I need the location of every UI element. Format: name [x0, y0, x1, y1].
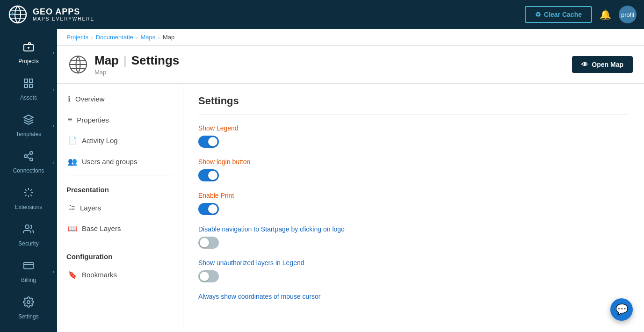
breadcrumb: Projects › Documentatie › Maps › Map: [57, 29, 644, 46]
chevron-icon: ›: [53, 51, 54, 56]
breadcrumb-maps[interactable]: Maps: [141, 34, 156, 41]
sidebar-item-security[interactable]: Security: [0, 217, 57, 253]
users-icon: 👥: [68, 157, 77, 166]
info-icon: ℹ: [68, 94, 71, 103]
svg-point-17: [27, 301, 30, 303]
billing-icon: [23, 260, 34, 274]
show-coordinates-label: Always show coordinates of mouse cursor: [198, 293, 629, 300]
sidebar-item-settings[interactable]: Settings: [0, 290, 57, 326]
enable-print-label: Enable Print: [198, 192, 629, 199]
chevron-icon: ›: [53, 123, 54, 129]
toggle-thumb: [208, 171, 217, 180]
toggle-thumb: [208, 204, 217, 214]
toggle-track: [198, 203, 219, 215]
nav-item-users-groups[interactable]: 👥 Users and groups: [57, 151, 183, 172]
svg-rect-8: [29, 84, 33, 87]
page-subtitle: Map: [94, 69, 179, 76]
base-layers-icon: 📖: [68, 224, 77, 233]
sidebar-item-projects[interactable]: Projects ›: [0, 35, 57, 71]
nav-menu: ℹ Overview ≡ Properties 📄 Activity Log 👥…: [57, 84, 183, 332]
presentation-section-title: Presentation: [57, 178, 183, 197]
document-icon: 📄: [68, 136, 77, 145]
nav-item-layers[interactable]: 🗂 Layers: [57, 197, 183, 218]
configuration-section-title: Configuration: [57, 245, 183, 264]
nav-item-base-layers[interactable]: 📖 Base Layers: [57, 218, 183, 239]
sidebar-item-connections[interactable]: Connections ›: [0, 144, 57, 180]
breadcrumb-current: Map: [163, 34, 174, 41]
chevron-icon: ›: [53, 269, 54, 274]
toggle-track: [198, 270, 219, 282]
page-title: Map | Settings: [94, 53, 179, 68]
svg-rect-15: [24, 262, 33, 269]
show-legend-toggle[interactable]: [198, 136, 219, 148]
logo-icon: [7, 4, 28, 25]
svg-point-10: [24, 155, 27, 158]
breadcrumb-sep: ›: [158, 35, 160, 40]
show-unauthorized-toggle[interactable]: [198, 270, 219, 282]
enable-print-toggle[interactable]: [198, 203, 219, 215]
list-icon: ≡: [68, 115, 72, 124]
setting-disable-navigation: Disable navigation to Startpage by click…: [198, 225, 629, 249]
title-pipe: |: [123, 53, 127, 68]
content-area: Projects › Documentatie › Maps › Map: [57, 29, 644, 332]
setting-show-coordinates: Always show coordinates of mouse cursor: [198, 293, 629, 300]
main-content: Settings Show Legend Show login button: [183, 84, 644, 332]
show-legend-label: Show Legend: [198, 124, 629, 132]
svg-line-13: [27, 154, 30, 156]
nav-item-activity-log[interactable]: 📄 Activity Log: [57, 130, 183, 151]
settings-title: Settings: [198, 95, 629, 107]
svg-rect-5: [24, 79, 28, 82]
sidebar-item-extensions[interactable]: Extensions: [0, 180, 57, 217]
show-unauthorized-label: Show unauthorized layers in Legend: [198, 259, 629, 267]
page-title-block: Map | Settings Map: [94, 53, 179, 76]
chevron-icon: ›: [53, 87, 54, 92]
globe-icon: [68, 55, 88, 74]
show-login-toggle[interactable]: [198, 169, 219, 181]
disable-nav-label: Disable navigation to Startpage by click…: [198, 225, 629, 233]
chevron-icon: ›: [53, 160, 54, 165]
connections-icon: [23, 151, 34, 165]
sidebar-item-billing[interactable]: Billing ›: [0, 253, 57, 290]
breadcrumb-projects[interactable]: Projects: [66, 34, 88, 41]
settings-icon: [23, 296, 34, 310]
bell-icon[interactable]: 🔔: [600, 9, 611, 20]
below-header: ℹ Overview ≡ Properties 📄 Activity Log 👥…: [57, 84, 644, 332]
nav-divider: [66, 175, 174, 175]
top-nav-right: ♻ Clear Cache 🔔 profil: [525, 6, 637, 23]
breadcrumb-sep: ›: [136, 35, 138, 40]
nav-divider: [66, 242, 174, 242]
svg-line-12: [27, 157, 30, 159]
app-logo: GEO APPS MAPS EVERYWHERE: [7, 4, 94, 25]
bookmarks-icon: 🔖: [68, 270, 77, 279]
page-header-left: Map | Settings Map: [68, 53, 179, 76]
left-sidebar: Projects › Assets › Templates: [0, 29, 57, 332]
svg-point-11: [30, 158, 33, 161]
avatar[interactable]: profil: [619, 6, 637, 23]
toggle-thumb: [200, 272, 209, 281]
chat-bubble[interactable]: 💬: [610, 298, 633, 321]
sidebar-item-assets[interactable]: Assets ›: [0, 71, 57, 108]
toggle-track: [198, 136, 219, 148]
breadcrumb-sep: ›: [91, 35, 93, 40]
nav-item-bookmarks[interactable]: 🔖 Bookmarks: [57, 264, 183, 285]
svg-rect-6: [29, 79, 33, 82]
nav-item-overview[interactable]: ℹ Overview: [57, 88, 183, 109]
templates-icon: [23, 114, 34, 128]
main-layout: Projects › Assets › Templates: [0, 29, 644, 332]
toggle-thumb: [208, 137, 217, 146]
setting-show-legend: Show Legend: [198, 124, 629, 148]
sidebar-item-templates[interactable]: Templates ›: [0, 108, 57, 144]
nav-item-properties[interactable]: ≡ Properties: [57, 109, 183, 130]
clear-cache-button[interactable]: ♻ Clear Cache: [525, 6, 592, 23]
svg-point-9: [30, 152, 33, 154]
show-login-label: Show login button: [198, 158, 629, 166]
svg-rect-7: [24, 84, 28, 87]
page-header: Map | Settings Map 👁 Open Map: [57, 46, 644, 84]
svg-point-14: [25, 225, 29, 229]
disable-nav-toggle[interactable]: [198, 237, 219, 249]
toggle-thumb: [200, 238, 209, 247]
setting-show-login-button: Show login button: [198, 158, 629, 181]
open-map-button[interactable]: 👁 Open Map: [572, 56, 633, 73]
settings-divider: [198, 115, 629, 115]
breadcrumb-documentatie[interactable]: Documentatie: [96, 34, 133, 41]
